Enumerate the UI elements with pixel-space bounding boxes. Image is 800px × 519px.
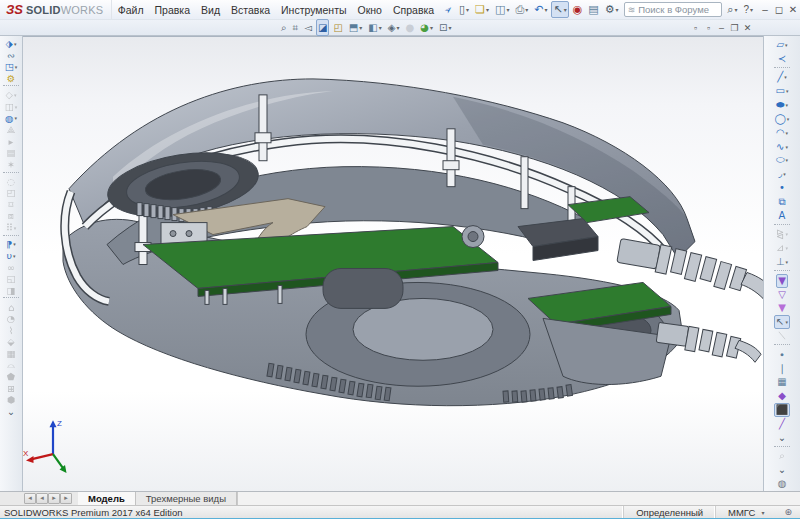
menu-item[interactable]: Правка (149, 4, 195, 16)
dropdown-arrow-icon[interactable]: ▾ (359, 24, 362, 31)
display-style-button[interactable]: ◧▾ (366, 19, 383, 36)
dropdown-arrow-icon[interactable]: ▾ (15, 104, 18, 110)
spline-button[interactable]: ∿▾ (774, 140, 790, 154)
previous-view-button[interactable]: ◅ (302, 19, 314, 36)
dropdown-arrow-icon[interactable]: ▾ (785, 319, 788, 325)
extruded-boss-button[interactable]: ⌂ (6, 301, 16, 313)
hide-show-items-button[interactable]: ◈▾ (386, 19, 402, 36)
reference-geometry-button[interactable]: ⟁ (5, 124, 17, 136)
dropdown-arrow-icon[interactable]: ▾ (525, 6, 528, 13)
show-hidden-components-button[interactable]: ◫▾ (3, 101, 20, 113)
model-viewport[interactable]: Z X (23, 37, 763, 491)
hole-wizard-button[interactable]: ⌓ (5, 359, 17, 371)
undo-button[interactable]: ↶▾ (532, 1, 549, 18)
swept-boss-button[interactable]: ⌇ (7, 325, 16, 337)
close-document-button[interactable]: ✕ (741, 21, 754, 34)
reference-triad[interactable]: Z X (23, 419, 67, 473)
rebuild-button[interactable]: ◉ (571, 1, 585, 18)
component-preview-button[interactable]: ◳▾ (3, 61, 20, 73)
dropdown-arrow-icon[interactable]: ▾ (397, 24, 400, 31)
dropdown-arrow-icon[interactable]: ▾ (785, 245, 788, 251)
filter-surface-bodies-button[interactable]: ◆ (776, 389, 788, 403)
dropdown-arrow-icon[interactable]: ▾ (785, 42, 788, 48)
interference-detection-button[interactable]: ◌ (5, 176, 17, 188)
sketch-fillet-button[interactable]: ◞▾ (776, 167, 787, 181)
dropdown-arrow-icon[interactable]: ▾ (786, 157, 789, 163)
file-properties-button[interactable]: ▤ (586, 1, 600, 18)
dropdown-arrow-icon[interactable]: ▾ (14, 41, 17, 47)
bill-of-materials-button[interactable]: ▤ (5, 147, 18, 159)
expand-filters-button[interactable]: ⌄ (776, 431, 788, 445)
help-button[interactable]: ?▾ (740, 2, 756, 18)
fillet-feature-button[interactable]: ⬟ (5, 371, 17, 383)
unit-system-selector[interactable]: ММГС▾ (715, 506, 776, 518)
filter-faces-button[interactable]: ▦ (775, 376, 788, 390)
dropdown-arrow-icon[interactable]: ▾ (786, 259, 789, 265)
lasso-select-button[interactable]: ⟍ (777, 329, 788, 343)
pin-icon[interactable]: ➢ (438, 0, 457, 19)
point-button[interactable]: • (777, 181, 787, 195)
tab-model[interactable]: Модель (78, 492, 136, 505)
plane-button[interactable]: ⧉ (776, 195, 787, 209)
menu-item[interactable]: Окно (352, 4, 387, 16)
dropdown-arrow-icon[interactable]: ▾ (785, 231, 788, 237)
linear-pattern-feature-button[interactable]: ⊞ (5, 383, 17, 395)
dropdown-arrow-icon[interactable]: ▾ (430, 24, 433, 31)
dropdown-arrow-icon[interactable]: ▾ (14, 115, 17, 121)
view-orientation-button[interactable]: ⬒▾ (347, 19, 364, 36)
smart-dimension-button[interactable]: ≺ (776, 52, 788, 66)
drum[interactable] (323, 268, 403, 308)
section-view-button[interactable]: ◪ (316, 19, 329, 36)
graphics-area[interactable]: Z X (23, 36, 763, 491)
dropdown-arrow-icon[interactable]: ▾ (14, 92, 17, 98)
dropdown-arrow-icon[interactable]: ▾ (448, 24, 451, 31)
edit-appearance-button[interactable]: ● (404, 19, 417, 36)
mate-button[interactable]: ∾ (5, 50, 17, 62)
dropdown-arrow-icon[interactable]: ▾ (13, 241, 16, 247)
zoom-to-area-button[interactable]: ⌗ (291, 19, 301, 36)
dropdown-arrow-icon[interactable]: ▾ (544, 6, 547, 13)
new-document-button[interactable]: ▯▾ (457, 1, 471, 18)
select-button[interactable]: ↖▾ (551, 1, 568, 18)
dropdown-arrow-icon[interactable]: ▾ (564, 6, 567, 13)
weld-bead-button[interactable]: ◱ (5, 273, 18, 285)
next-tab-button[interactable]: ▸ (48, 493, 60, 504)
dropdown-arrow-icon[interactable]: ▾ (379, 24, 382, 31)
assembly-visualization-button[interactable]: ⧈ (6, 210, 16, 222)
filter-edges-button[interactable]: ❘ (776, 362, 788, 376)
smart-fasteners-button[interactable]: ⚙ (5, 73, 18, 85)
expand-more-button[interactable]: ⌄ (776, 463, 788, 477)
new-motion-study-button[interactable]: ▸ (7, 136, 16, 148)
dropdown-arrow-icon[interactable]: ▾ (786, 88, 789, 94)
menu-item[interactable]: Вставка (226, 4, 276, 16)
exploded-view-button[interactable]: ✶ (5, 159, 17, 171)
tag-icon[interactable]: ⊛ (776, 507, 800, 517)
menu-item[interactable]: Инструменты (276, 4, 352, 16)
dropdown-arrow-icon[interactable]: ▾ (783, 171, 786, 177)
line-button[interactable]: ╱▾ (775, 71, 789, 85)
dropdown-arrow-icon[interactable]: ▾ (785, 144, 788, 150)
dropdown-arrow-icon[interactable]: ▾ (784, 74, 787, 80)
tab-3d-views[interactable]: Трехмерные виды (136, 492, 237, 505)
dropdown-arrow-icon[interactable]: ▾ (486, 6, 489, 13)
search-input[interactable] (638, 4, 718, 15)
close-window-button[interactable]: ✕ (786, 2, 800, 18)
previous-document-button[interactable]: ▫ (689, 21, 702, 34)
dropdown-arrow-icon[interactable]: ▾ (787, 116, 790, 122)
next-document-button[interactable]: ▫ (702, 21, 715, 34)
options-button[interactable]: ⚙▾ (603, 1, 621, 18)
save-button[interactable]: ◫▾ (493, 1, 511, 18)
offset-entities-button[interactable]: ⊿▾ (774, 241, 790, 255)
straight-slot-button[interactable]: ⬬▾ (774, 98, 790, 112)
mirror-entities-button[interactable]: ⧎▾ (774, 228, 790, 242)
select-tool-button[interactable]: ↖▾ (774, 315, 790, 329)
apply-scene-button[interactable]: ◕▾ (418, 19, 435, 36)
maximize-window-button[interactable]: ◻ (772, 2, 786, 18)
dropdown-arrow-icon[interactable]: ▾ (506, 6, 509, 13)
smart-component-button[interactable]: ◨ (5, 285, 18, 297)
filter-vertices-button[interactable]: ∙ (777, 348, 787, 362)
add-relation-button[interactable]: ⊥▾ (774, 255, 790, 269)
move-component-button[interactable]: ◇▾ (4, 89, 19, 101)
open-document-button[interactable]: ❏▾ (473, 1, 491, 18)
performance-evaluation-button[interactable]: ⠿▾ (4, 222, 18, 234)
